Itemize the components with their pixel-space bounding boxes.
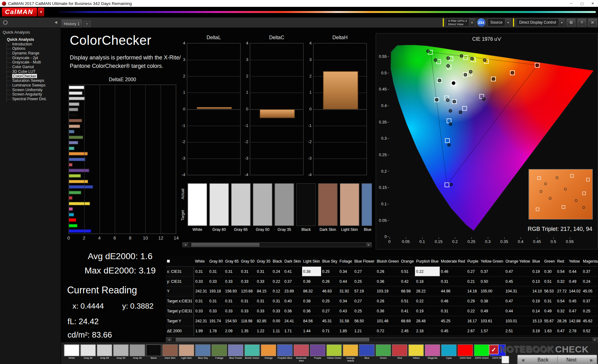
table-cell[interactable]: 0.31 [272,296,283,306]
meter-select[interactable]: X-Rite i1Pro 2 Direct View ▼ [446,18,475,27]
table-cell[interactable]: 56.53 [543,286,556,296]
table-cell[interactable]: 0.31 [440,306,466,316]
sidebar-collapse-icon[interactable]: ◀ [55,20,57,24]
table-cell[interactable]: 0.49 [568,276,582,286]
table-cell[interactable]: 0.00 [272,316,283,326]
table-cell[interactable]: 104.31 [504,286,531,296]
table-cell[interactable]: 55.67 [543,316,556,326]
table-cell[interactable]: 82.85 [256,316,272,326]
table-cell[interactable]: 156.93 [224,286,240,296]
table-cell[interactable]: 1.71 [283,326,302,336]
table-cell[interactable]: 0.29 [466,296,480,306]
table-cell[interactable]: 0.22 [272,276,283,286]
table-cell[interactable]: 0.33 [240,306,256,316]
back-chevron-icon[interactable]: « [518,357,529,363]
table-cell[interactable]: 1.22 [256,326,272,336]
table-cell[interactable]: 0.46 [440,266,466,276]
table-cell[interactable]: 0.33 [194,306,208,316]
chevron-down-icon[interactable]: ▼ [559,19,564,26]
table-cell[interactable]: 0.31 [194,296,208,306]
logo-dropdown-icon[interactable]: ▼ [38,7,44,16]
sidebar-item-screen-angularity[interactable]: Screen Angularity [7,92,61,97]
table-cell[interactable]: 0.47 [556,326,568,336]
table-cell[interactable]: 0.44 [338,276,353,286]
table-cell[interactable]: 0.54 [556,266,568,276]
table-cell[interactable]: 0.36 [302,306,321,316]
table-cell[interactable]: 0.41 [283,266,302,276]
scroll-left-icon[interactable]: ◄ [183,243,188,247]
sidebar-item-3d-cube-lut[interactable]: 3D Cube LUT [7,69,61,74]
table-cell[interactable]: 14.10 [531,286,543,296]
table-cell[interactable]: 15.13 [531,316,543,326]
table-cell[interactable]: 0.47 [504,296,531,306]
table-cell[interactable]: 0.41 [400,306,415,316]
table-cell[interactable]: 144.02 [568,286,582,296]
table-cell[interactable]: 0.31 [240,266,256,276]
sidebar-item-luminance-sweeps[interactable]: Luminance Sweeps [7,83,61,88]
table-cell[interactable]: 0.36 [376,276,400,286]
table-cell[interactable]: 1.35 [240,326,256,336]
table-cell[interactable]: 0.19 [415,306,439,316]
scroll-thumb[interactable] [176,338,369,341]
back-button[interactable]: Back [529,357,557,362]
measurement-count-badge[interactable]: 233 [477,18,485,27]
table-cell[interactable]: 0.13 [531,276,543,286]
table-cell[interactable]: 0.36 [302,276,321,286]
table-cell[interactable]: 118.98 [240,316,256,326]
calman-logo[interactable]: CalMAN ▼ [2,7,44,16]
table-cell[interactable]: 1.63 [543,326,556,336]
table-cell[interactable]: 3.19 [531,326,543,336]
table-cell[interactable]: 0.33 [208,306,224,316]
sidebar-item-colorchecker[interactable]: ColorChecker [7,74,61,79]
table-cell[interactable]: 0.27 [353,296,376,306]
table-cell[interactable]: 44.96 [440,286,466,296]
table-cell[interactable]: 0.38 [302,296,321,306]
table-cell[interactable]: 0.40 [283,296,302,306]
table-cell[interactable]: 0.44 [568,266,582,276]
table-cell[interactable]: 57.19 [353,286,376,296]
table-cell[interactable]: 0.33 [256,276,272,286]
table-cell[interactable]: 0.54 [556,296,568,306]
table-cell[interactable]: 0.33 [208,276,224,286]
table-cell[interactable]: 0.24 [582,276,598,286]
page-view-button[interactable] [501,356,509,363]
table-cell[interactable]: 2.78 [568,326,582,336]
table-cell[interactable]: 242.31 [194,316,208,326]
table-cell[interactable]: 103.01 [504,316,531,326]
table-cell[interactable]: 0.14 [531,306,543,316]
table-cell[interactable]: 0.47 [568,306,582,316]
maximize-icon[interactable]: ▢ [577,0,587,7]
table-cell[interactable]: 28.22 [415,286,439,296]
table-cell[interactable]: 24.41 [283,316,302,326]
scroll-thumb[interactable] [192,243,259,246]
table-cell[interactable]: 2.09 [224,326,240,336]
minimize-icon[interactable]: ─ [566,0,577,7]
scroll-track[interactable] [172,338,592,342]
sidebar-item-introduction[interactable]: Introduction [7,42,61,47]
table-cell[interactable]: 0.37 [480,266,505,276]
display-control-select[interactable]: Direct Display Control ▼ [516,18,565,27]
table-cell[interactable]: 0.26 [376,266,400,276]
table-cell[interactable]: 0.19 [531,296,543,306]
table-cell[interactable]: 0.33 [224,276,240,286]
table-cell[interactable]: 0.50 [480,276,505,286]
table-cell[interactable]: 193.18 [208,286,224,296]
table-cell[interactable]: 0.34 [338,266,353,276]
table-cell[interactable]: 0.45 [504,276,531,286]
sidebar-item-grayscale-2pt[interactable]: Grayscale - 2pt [7,56,61,60]
table-cell[interactable]: 0.71 [321,326,339,336]
table-cell[interactable]: 0.34 [338,296,353,306]
table-cell[interactable]: 0.31 [240,296,256,306]
table-cell[interactable]: 0.37 [582,296,598,306]
table-cell[interactable]: 120.68 [240,286,256,296]
tab-history-1[interactable]: History 1 [61,19,82,28]
table-cell[interactable]: 0.31 [224,266,240,276]
scroll-right-icon[interactable]: ► [366,243,372,247]
table-cell[interactable]: 0.22 [466,306,480,316]
record-icon[interactable] [3,20,8,25]
table-cell[interactable]: 0.31 [256,296,272,306]
table-cell[interactable]: 56.50 [353,316,376,326]
table-cell[interactable]: 0.33 [224,306,240,316]
table-cell[interactable]: 1.21 [353,326,376,336]
help-button[interactable]: ? [577,19,586,26]
